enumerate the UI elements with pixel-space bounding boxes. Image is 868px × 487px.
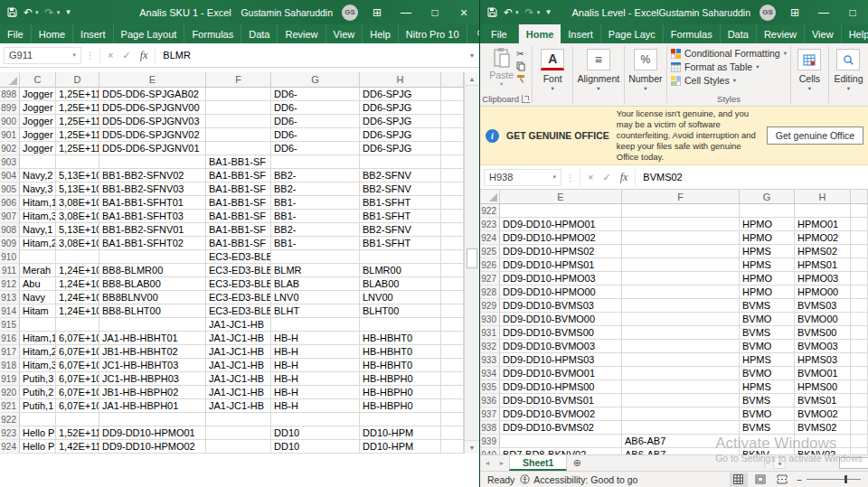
- cell[interactable]: [851, 204, 868, 218]
- cell[interactable]: BVMO: [740, 367, 795, 380]
- cell[interactable]: BA1-BB1-SF: [206, 155, 271, 169]
- ribbon-tab[interactable]: View: [326, 24, 363, 43]
- cell[interactable]: [851, 340, 868, 353]
- cell[interactable]: [441, 101, 464, 115]
- cell[interactable]: [441, 210, 464, 223]
- cell[interactable]: HB-HBPH0: [360, 372, 441, 386]
- cell[interactable]: [441, 264, 464, 277]
- cell[interactable]: DD9-DD10-BVMO03: [500, 340, 622, 353]
- cell[interactable]: BB2-SFNV: [360, 169, 441, 183]
- cell[interactable]: Jogger Hit: [20, 101, 56, 115]
- cell[interactable]: [441, 318, 464, 332]
- cell[interactable]: BKNV: [740, 448, 795, 454]
- cell[interactable]: 1,25E+11: [56, 128, 99, 142]
- vertical-scrollbar[interactable]: ▲ ▼: [464, 72, 479, 454]
- cell[interactable]: BLAB: [271, 277, 360, 291]
- row-number[interactable]: 903: [0, 155, 20, 169]
- cell[interactable]: DD9-DD10-HPMO03: [500, 272, 622, 286]
- format-painter-icon[interactable]: [516, 74, 526, 83]
- cell[interactable]: HPMO: [740, 231, 795, 245]
- cell[interactable]: HPMO02: [795, 231, 851, 245]
- number-button[interactable]: % Number▾: [628, 47, 662, 92]
- row-number[interactable]: 930: [480, 313, 500, 326]
- cell[interactable]: DD9-DD10-BVMO01: [500, 367, 622, 380]
- cell[interactable]: [441, 332, 464, 345]
- row-number[interactable]: 901: [0, 128, 20, 142]
- cell[interactable]: 1,24E+10: [56, 304, 99, 318]
- confirm-entry-icon[interactable]: ✓: [602, 172, 610, 183]
- ribbon-tab[interactable]: File: [0, 24, 32, 43]
- cell[interactable]: BB8BLNV00: [99, 291, 206, 304]
- cell[interactable]: BVMS02: [795, 421, 851, 435]
- row-number[interactable]: 939: [480, 435, 500, 448]
- cell[interactable]: Putih,1: [20, 399, 56, 413]
- formula-input[interactable]: BVMS02: [636, 172, 868, 183]
- cell[interactable]: DD5-DD6-SPJGNV03: [99, 115, 206, 128]
- cell[interactable]: BB2-SFNV: [360, 223, 441, 237]
- cell[interactable]: 3,08E+10: [56, 237, 99, 250]
- ribbon-tab[interactable]: Page Layc: [601, 24, 664, 43]
- cell[interactable]: HPMS: [740, 258, 795, 272]
- cell[interactable]: DD5-DD6-SPJGAB02: [99, 88, 206, 101]
- copy-icon[interactable]: [516, 61, 526, 71]
- row-number[interactable]: 923: [480, 218, 500, 231]
- cell[interactable]: HB-HBHT0: [360, 345, 441, 359]
- cell[interactable]: DD10: [271, 440, 360, 454]
- cell[interactable]: DD9-DD10-BVMS01: [500, 394, 622, 407]
- cell[interactable]: Hitam,2: [20, 345, 56, 359]
- row-number[interactable]: 904: [0, 169, 20, 183]
- cell[interactable]: 5,13E+10: [56, 183, 99, 196]
- row-number[interactable]: 910: [0, 250, 20, 264]
- cell[interactable]: DD6-SPJG: [360, 101, 441, 115]
- cell[interactable]: DD6-SPJG: [360, 142, 441, 155]
- worksheet-grid[interactable]: 898 Jogger Ab 1,25E+11 DD5-DD6-SPJGAB02 …: [0, 88, 464, 454]
- cell[interactable]: [851, 299, 868, 313]
- row-number[interactable]: 898: [0, 88, 20, 101]
- cell[interactable]: BB1-BB2-SFNV02: [99, 169, 206, 183]
- row-number[interactable]: 935: [480, 380, 500, 394]
- cell[interactable]: [622, 394, 740, 407]
- cell[interactable]: [56, 155, 99, 169]
- ribbon-tab[interactable]: View: [805, 24, 842, 43]
- cell[interactable]: BLMR00: [360, 264, 441, 277]
- cell[interactable]: DD9-DD10-HPMO02: [99, 440, 206, 454]
- vertical-scroll-thumb[interactable]: [467, 248, 477, 268]
- cell[interactable]: DD9-DD10-HPMO01: [99, 426, 206, 440]
- column-header[interactable]: G: [740, 190, 795, 203]
- cell[interactable]: [851, 286, 868, 299]
- cell[interactable]: Jogger Ab: [20, 88, 56, 101]
- cell[interactable]: HPMS00: [795, 380, 851, 394]
- horizontal-scrollbar[interactable]: [787, 457, 868, 469]
- row-number[interactable]: 913: [0, 291, 20, 304]
- minimize-button[interactable]: —: [396, 6, 416, 19]
- scroll-down-icon[interactable]: ▼: [465, 440, 479, 454]
- cell[interactable]: [441, 223, 464, 237]
- cell[interactable]: BB8-BLAB00: [99, 277, 206, 291]
- cell[interactable]: 3,08E+10: [56, 210, 99, 223]
- cell[interactable]: [441, 372, 464, 386]
- cell[interactable]: BB1-: [271, 196, 360, 210]
- cell[interactable]: [441, 196, 464, 210]
- cell[interactable]: 1,24E+10: [56, 291, 99, 304]
- cell[interactable]: Hello Pan: [20, 440, 56, 454]
- cell[interactable]: [851, 218, 868, 231]
- maximize-button[interactable]: □: [425, 6, 445, 19]
- cell[interactable]: [441, 304, 464, 318]
- cell[interactable]: BB1-: [271, 210, 360, 223]
- undo-dropdown-icon[interactable]: ▾: [515, 9, 519, 16]
- redo-dropdown-icon[interactable]: ▾: [57, 9, 61, 16]
- cut-icon[interactable]: ✂: [516, 49, 526, 59]
- cell[interactable]: BVMS: [740, 299, 795, 313]
- row-number[interactable]: 931: [480, 326, 500, 340]
- row-number[interactable]: 922: [480, 204, 500, 218]
- cell[interactable]: [206, 88, 271, 101]
- name-box[interactable]: H938▾: [484, 169, 561, 186]
- cell[interactable]: [20, 155, 56, 169]
- cell[interactable]: [206, 128, 271, 142]
- page-layout-view-icon[interactable]: [751, 473, 769, 487]
- user-name[interactable]: Gustamin Saharuddin: [658, 7, 750, 18]
- row-number[interactable]: 917: [0, 345, 20, 359]
- cell[interactable]: 1,42E+11: [56, 440, 99, 454]
- row-number[interactable]: 924: [480, 231, 500, 245]
- cell[interactable]: BLMR: [271, 264, 360, 277]
